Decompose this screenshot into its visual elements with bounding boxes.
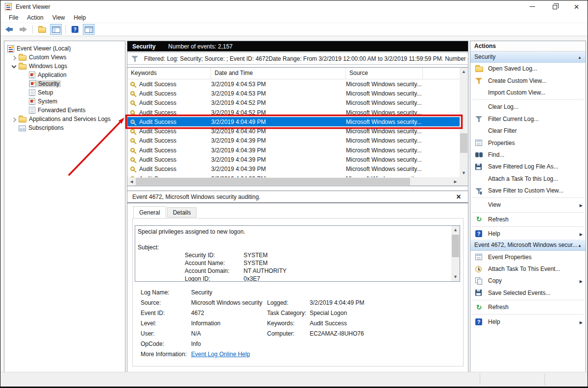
event-row[interactable]: Audit Success3/2/2019 4:04:52 PMMicrosof…	[127, 108, 460, 117]
back-button[interactable]	[3, 24, 15, 35]
event-description-box[interactable]: Special privileges assigned to new logon…	[135, 225, 460, 282]
show-action-pane-button[interactable]	[83, 24, 95, 35]
tree-item-setup[interactable]: Setup	[4, 88, 125, 97]
menu-action[interactable]: Action	[23, 13, 48, 22]
event-log-online-help-link[interactable]: Event Log Online Help	[191, 351, 267, 358]
chevron-right-icon[interactable]	[11, 55, 16, 60]
event-row[interactable]: Audit Success3/2/2019 4:04:39 PMMicrosof…	[127, 155, 460, 164]
horizontal-scrollbar[interactable]: ◄ ►	[127, 177, 460, 186]
description-scrollbar[interactable]: ▲ ▼	[451, 226, 460, 281]
collapse-icon[interactable]	[578, 242, 582, 248]
menu-help[interactable]: Help	[70, 13, 91, 22]
column-header-date-and-time[interactable]: Date and Time	[211, 68, 346, 79]
event-viewer-window: Event Viewer File Action View Help Event…	[0, 0, 588, 388]
scroll-down-icon[interactable]: ▼	[460, 169, 468, 177]
action-clear-log[interactable]: Clear Log...	[470, 101, 586, 113]
event-row[interactable]: Audit Success3/2/2019 4:04:52 PMMicrosof…	[127, 98, 460, 108]
tree-item-system[interactable]: System	[4, 97, 125, 106]
status-divider	[480, 374, 480, 385]
menu-bar: File Action View Help	[0, 13, 588, 23]
filter-bar[interactable]: Filtered: Log: Security; Source: ; Event…	[127, 52, 468, 65]
scroll-up-icon[interactable]: ▲	[460, 68, 468, 76]
action-save-selected-events[interactable]: Save Selected Events...	[470, 287, 586, 299]
action-import-custom-view[interactable]: Import Custom View...	[470, 87, 586, 98]
action-event-properties[interactable]: Event Properties	[470, 251, 586, 263]
action-help[interactable]: Help	[470, 228, 586, 240]
action-open-saved-log[interactable]: Open Saved Log...	[470, 63, 586, 74]
separator	[472, 212, 584, 213]
key-icon	[130, 147, 137, 154]
action-attach-task-to-log[interactable]: Attach a Task To this Log...	[470, 173, 586, 185]
event-list: Keywords Date and Time Source Audit Succ…	[127, 67, 468, 186]
scroll-right-icon[interactable]: ►	[451, 177, 460, 186]
tab-general[interactable]: General	[133, 206, 166, 218]
forward-button[interactable]	[17, 24, 29, 35]
status-bar	[0, 372, 588, 387]
tree-item-windows-logs[interactable]: Windows Logs	[4, 62, 125, 71]
key-icon	[130, 137, 137, 144]
action-view[interactable]: View	[470, 199, 586, 211]
column-header-source[interactable]: Source	[346, 68, 423, 79]
help-button[interactable]	[69, 24, 81, 35]
action-copy[interactable]: Copy	[470, 275, 586, 287]
show-console-tree-button[interactable]	[50, 24, 62, 35]
console-tree-panel: Event Viewer (Local) Custom Views Window…	[4, 41, 125, 373]
actions-section-event-4672[interactable]: Event 4672, Microsoft Windows secur...	[470, 240, 586, 251]
menu-file[interactable]: File	[4, 13, 23, 22]
event-row-selected[interactable]: Audit Success3/2/2019 4:04:49 PMMicrosof…	[127, 117, 460, 126]
collapse-icon[interactable]	[578, 53, 582, 60]
vertical-scrollbar[interactable]: ▲ ▼	[460, 68, 468, 177]
scroll-down-icon[interactable]: ▼	[451, 273, 460, 281]
scrollbar-thumb[interactable]	[452, 235, 459, 257]
tab-details[interactable]: Details	[167, 207, 197, 218]
tree-item-subscriptions[interactable]: Subscriptions	[4, 123, 125, 132]
event-row[interactable]: Audit Success3/2/2019 4:04:39 PMMicrosof…	[127, 165, 460, 174]
actions-section-security[interactable]: Security	[470, 51, 586, 63]
minimize-button[interactable]	[521, 0, 543, 13]
event-row[interactable]: Audit Success3/2/2019 4:04:53 PMMicrosof…	[127, 79, 460, 89]
minimize-icon	[530, 6, 535, 7]
action-find[interactable]: Find...	[470, 149, 586, 161]
column-header-empty	[423, 68, 460, 79]
chevron-down-icon[interactable]	[11, 64, 16, 69]
log-title-bar: Security Number of events: 2,157	[127, 41, 468, 51]
event-row[interactable]: Audit Success3/2/2019 4:04:39 PMMicrosof…	[127, 174, 460, 177]
scrollbar-thumb[interactable]	[136, 178, 410, 185]
scrollbar-thumb[interactable]	[460, 133, 467, 153]
scroll-up-icon[interactable]: ▲	[451, 226, 460, 234]
tree-item-security[interactable]: Security	[4, 79, 125, 88]
close-button[interactable]	[565, 0, 588, 13]
event-row[interactable]: Audit Success3/2/2019 4:04:53 PMMicrosof…	[127, 89, 460, 98]
key-icon	[130, 81, 137, 88]
event-row[interactable]: Audit Success3/2/2019 4:04:39 PMMicrosof…	[127, 146, 460, 155]
close-detail-icon[interactable]	[454, 193, 463, 201]
menu-view[interactable]: View	[48, 13, 70, 22]
tree-item-applications-and-services-logs[interactable]: Applications and Services Logs	[4, 115, 125, 123]
restore-button[interactable]	[543, 0, 565, 13]
tree-item-application[interactable]: Application	[4, 71, 125, 79]
detail-title: Event 4672, Microsoft Windows security a…	[132, 194, 260, 200]
action-create-custom-view[interactable]: Create Custom View...	[470, 74, 586, 86]
action-refresh[interactable]: Refresh	[470, 214, 586, 225]
event-row[interactable]: Audit Success3/2/2019 4:04:40 PMMicrosof…	[127, 126, 460, 136]
action-save-filter-to-custom-view[interactable]: Save Filter to Custom View...	[470, 185, 586, 196]
filter-description: Filtered: Log: Security; Source: ; Event…	[144, 55, 468, 62]
action-filter-current-log[interactable]: Filter Current Log...	[470, 113, 586, 125]
action-help-event[interactable]: Help	[470, 315, 586, 327]
action-attach-task-to-event[interactable]: Attach Task To This Event...	[470, 263, 586, 275]
action-save-filtered-log[interactable]: Save Filtered Log File As...	[470, 161, 586, 172]
export-log-button[interactable]	[36, 24, 48, 35]
action-clear-filter[interactable]: Clear Filter	[470, 125, 586, 137]
tree-root-event-viewer-local[interactable]: Event Viewer (Local)	[4, 44, 125, 53]
event-row[interactable]: Audit Success3/2/2019 4:04:39 PMMicrosof…	[127, 136, 460, 146]
tree-item-custom-views[interactable]: Custom Views	[4, 53, 125, 62]
tree-item-forwarded-events[interactable]: Forwarded Events	[4, 106, 125, 115]
action-refresh-event[interactable]: Refresh	[470, 301, 586, 313]
event-description-text: Special privileges assigned to new logon…	[135, 226, 451, 281]
chevron-right-icon[interactable]	[11, 117, 16, 122]
scroll-left-icon[interactable]: ◄	[127, 177, 136, 186]
action-properties[interactable]: Properties	[470, 137, 586, 148]
refresh-icon	[475, 216, 483, 223]
column-header-keywords[interactable]: Keywords	[127, 68, 211, 79]
list-header-row: Keywords Date and Time Source	[127, 68, 460, 79]
